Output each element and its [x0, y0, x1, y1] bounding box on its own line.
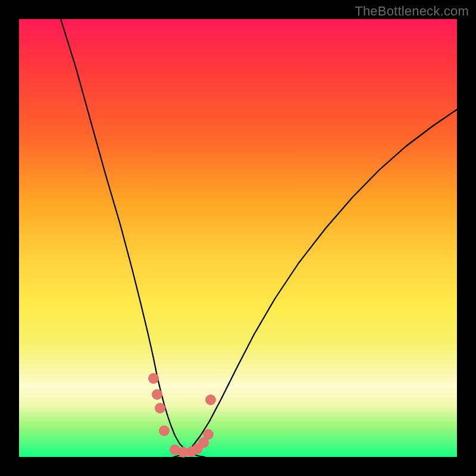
marker-dot: [152, 389, 162, 400]
marker-dot: [203, 429, 214, 440]
marker-dot: [205, 394, 216, 405]
chart-stage: TheBottleneck.com: [0, 0, 476, 476]
marker-layer: [148, 373, 216, 458]
marker-dot: [155, 403, 165, 414]
plot-area: [19, 19, 457, 457]
marker-dot: [148, 373, 159, 384]
marker-dot: [159, 425, 170, 436]
curve-right-curve: [174, 109, 457, 457]
curve-left-curve: [61, 19, 205, 457]
watermark-text: TheBottleneck.com: [355, 4, 469, 19]
chart-curves: [19, 19, 457, 457]
curve-layer: [61, 19, 457, 457]
